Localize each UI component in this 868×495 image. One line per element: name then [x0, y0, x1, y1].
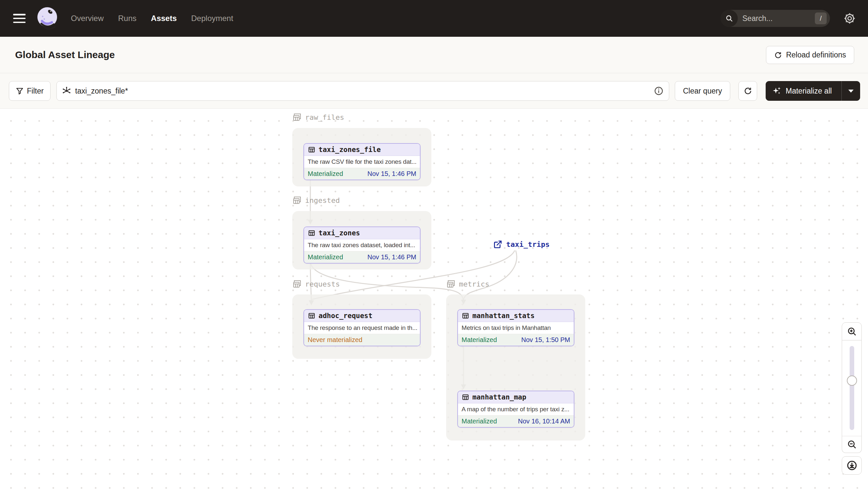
asset-node-taxi-zones-file[interactable]: taxi_zones_file The raw CSV file for the… — [303, 143, 421, 180]
filter-button[interactable]: Filter — [9, 81, 51, 101]
status-timestamp: Nov 15, 1:46 PM — [367, 170, 416, 177]
table-icon — [308, 229, 315, 237]
asset-description: The raw CSV file for the taxi zones dat.… — [304, 156, 420, 168]
asset-description: The response to an request made in th... — [304, 322, 420, 334]
zoom-out-icon — [847, 440, 857, 449]
group-label-ingested[interactable]: ingested — [293, 196, 340, 205]
asset-status-row: Materialized Nov 15, 1:50 PM — [458, 334, 574, 346]
materialize-all-button[interactable]: Materialize all — [766, 81, 860, 101]
table-icon — [462, 312, 469, 319]
status-timestamp: Nov 15, 1:46 PM — [367, 253, 416, 261]
sparkle-icon — [772, 86, 782, 96]
asset-node-taxi-zones[interactable]: taxi_zones The raw taxi zones dataset, l… — [303, 226, 421, 263]
zoom-slider-thumb[interactable] — [847, 376, 857, 386]
asset-status-row: Never materialized — [304, 334, 420, 346]
asset-name: taxi_zones — [319, 229, 360, 237]
table-group-icon — [293, 113, 302, 121]
download-image-button[interactable] — [842, 456, 862, 475]
nav-item-deployment[interactable]: Deployment — [191, 14, 233, 23]
primary-nav: Overview Runs Assets Deployment — [71, 0, 233, 37]
page-title: Global Asset Lineage — [15, 49, 115, 61]
asset-name: taxi_zones_file — [319, 146, 381, 154]
table-group-icon — [293, 196, 302, 205]
status-badge: Materialized — [462, 417, 497, 425]
search-shortcut-key: / — [815, 13, 827, 24]
asset-node-manhattan-stats[interactable]: manhattan_stats Metrics on taxi trips in… — [457, 309, 574, 346]
nav-item-runs[interactable]: Runs — [118, 14, 137, 23]
page-header: Global Asset Lineage Reload definitions — [0, 37, 868, 73]
zoom-controls — [842, 322, 862, 453]
status-badge: Materialized — [462, 336, 497, 344]
dagster-logo[interactable] — [34, 5, 62, 33]
refresh-icon — [744, 87, 752, 95]
asset-description: A map of the number of trips per taxi z.… — [458, 404, 574, 415]
status-badge: Materialized — [308, 170, 343, 177]
asset-description: Metrics on taxi trips in Manhattan — [458, 322, 574, 334]
status-timestamp: Nov 16, 10:14 AM — [518, 417, 570, 425]
materialize-all-main[interactable]: Materialize all — [766, 86, 842, 96]
nav-item-overview[interactable]: Overview — [71, 14, 104, 23]
asset-name: adhoc_request — [319, 312, 372, 320]
chevron-down-icon — [848, 90, 854, 92]
lineage-toolbar: Filter taxi_zones_file* Clear query — [0, 73, 868, 109]
clear-query-button[interactable]: Clear query — [675, 81, 730, 101]
table-icon — [308, 312, 315, 319]
table-icon — [462, 394, 469, 401]
asset-status-row: Materialized Nov 15, 1:46 PM — [304, 168, 420, 180]
app-root: Overview Runs Assets Deployment Search..… — [0, 0, 868, 495]
lineage-edges — [0, 109, 868, 495]
refresh-graph-button[interactable] — [739, 81, 757, 101]
group-label-requests[interactable]: requests — [293, 280, 340, 288]
materialize-dropdown-toggle[interactable] — [842, 81, 860, 101]
asset-status-row: Materialized Nov 16, 10:14 AM — [458, 415, 574, 427]
zoom-slider-track[interactable] — [850, 346, 854, 430]
zoom-slider — [842, 340, 862, 436]
asset-description: The raw taxi zones dataset, loaded int..… — [304, 239, 420, 252]
external-link-icon — [493, 240, 502, 249]
asset-query-input[interactable]: taxi_zones_file* — [56, 81, 669, 101]
edge-taxi-trips-to-manhattan-stats — [463, 251, 517, 300]
asset-node-manhattan-map[interactable]: manhattan_map A map of the number of tri… — [457, 391, 574, 428]
refresh-icon — [774, 51, 782, 59]
nav-item-assets[interactable]: Assets — [151, 14, 177, 23]
asset-name: manhattan_map — [472, 393, 526, 401]
funnel-icon — [16, 87, 24, 95]
asset-node-adhoc-request[interactable]: adhoc_request The response to an request… — [303, 309, 421, 346]
zoom-in-button[interactable] — [842, 322, 862, 340]
zoom-in-icon — [847, 327, 857, 337]
asset-graph-icon — [62, 86, 71, 96]
menu-icon[interactable] — [13, 14, 25, 23]
reload-definitions-button[interactable]: Reload definitions — [766, 46, 854, 64]
status-timestamp: Nov 15, 1:50 PM — [521, 336, 570, 344]
asset-name: manhattan_stats — [472, 312, 535, 320]
search-icon — [721, 10, 738, 27]
group-label-metrics[interactable]: metrics — [446, 280, 490, 288]
table-group-icon — [293, 280, 302, 288]
group-label-raw-files[interactable]: raw_files — [293, 113, 344, 121]
info-icon[interactable] — [654, 86, 663, 96]
table-icon — [308, 146, 315, 153]
external-asset-taxi-trips[interactable]: taxi_trips — [493, 240, 549, 249]
table-group-icon — [446, 280, 456, 288]
settings-gear-icon[interactable] — [843, 12, 856, 25]
asset-query-value: taxi_zones_file* — [75, 87, 650, 96]
download-icon — [846, 460, 857, 471]
status-badge: Never materialized — [308, 336, 362, 344]
asset-status-row: Materialized Nov 15, 1:46 PM — [304, 252, 420, 263]
lineage-canvas[interactable]: raw_files ingested requests metrics — [0, 109, 868, 495]
search-placeholder: Search... — [742, 14, 815, 23]
status-badge: Materialized — [308, 253, 343, 261]
zoom-out-button[interactable] — [842, 436, 862, 453]
search-input[interactable]: Search... / — [721, 10, 830, 27]
top-nav: Overview Runs Assets Deployment Search..… — [0, 0, 868, 37]
